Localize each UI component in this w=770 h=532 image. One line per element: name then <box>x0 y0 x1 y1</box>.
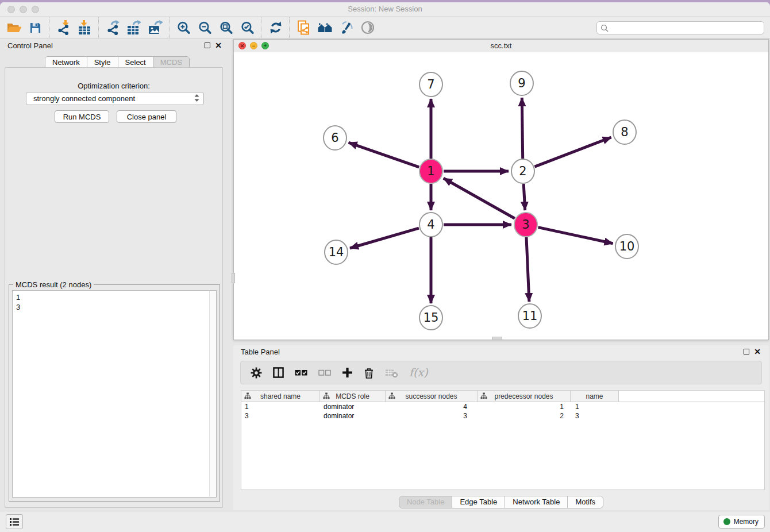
show-column-panel-button[interactable] <box>273 367 284 378</box>
mcds-result-text[interactable]: 1 3 <box>12 290 217 498</box>
toolbar-separator <box>98 17 99 38</box>
create-column-button[interactable] <box>342 367 353 378</box>
network-maximize-button[interactable]: + <box>261 42 269 49</box>
tab-select[interactable]: Select <box>118 57 153 68</box>
table-row[interactable]: 1 dominator 4 1 1 <box>241 402 764 411</box>
zoom-out-button[interactable] <box>194 18 215 37</box>
search-icon <box>600 24 609 32</box>
graph-node-8[interactable]: 8 <box>613 120 636 144</box>
graph-edge-4-14[interactable] <box>350 228 419 248</box>
graph-node-4[interactable]: 4 <box>419 213 442 237</box>
column-header-predecessor-nodes[interactable]: predecessor nodes <box>478 391 571 402</box>
tab-network[interactable]: Network <box>45 57 87 68</box>
delete-column-button[interactable] <box>364 367 374 379</box>
table-row[interactable]: 3 dominator 3 2 3 <box>241 411 764 421</box>
column-header-mcds-role[interactable]: MCDS role <box>320 391 386 402</box>
search-input[interactable] <box>609 23 764 33</box>
column-header-successor-nodes[interactable]: successor nodes <box>386 391 478 402</box>
tab-motifs[interactable]: Motifs <box>568 496 603 508</box>
criterion-select[interactable]: strongly connected component <box>26 92 204 105</box>
float-panel-icon[interactable] <box>205 43 210 48</box>
close-panel-button[interactable]: Close panel <box>117 110 176 123</box>
graph-node-15[interactable]: 15 <box>419 306 442 330</box>
graph-node-10[interactable]: 10 <box>615 234 638 259</box>
show-graphics-button[interactable] <box>357 18 378 37</box>
unselect-all-columns-button[interactable] <box>318 369 331 376</box>
table-tabs-bar: Node Table Edge Table Network Table Moti… <box>233 496 769 508</box>
memory-button[interactable]: Memory <box>718 515 765 529</box>
graph-edge-2-3[interactable] <box>523 184 525 210</box>
zoom-selected-button[interactable] <box>237 18 258 37</box>
close-window-button[interactable] <box>7 6 15 13</box>
graph-node-9[interactable]: 9 <box>510 71 533 95</box>
show-panels-button[interactable] <box>6 514 23 529</box>
memory-label: Memory <box>734 518 759 526</box>
table-header-row: shared name MCDS role successor nodes pr… <box>241 391 764 402</box>
tab-style[interactable]: Style <box>87 57 118 68</box>
network-minimize-button[interactable]: − <box>250 42 257 49</box>
tab-node-table[interactable]: Node Table <box>399 496 453 508</box>
graph-edge-3-1[interactable] <box>444 178 515 218</box>
graph-node-6[interactable]: 6 <box>324 126 346 150</box>
save-session-button[interactable] <box>25 18 46 37</box>
refresh-view-button[interactable] <box>265 18 286 37</box>
graph-node-1[interactable]: 1 <box>419 159 442 183</box>
column-label: name <box>586 392 603 400</box>
run-mcds-button[interactable]: Run MCDS <box>55 110 109 123</box>
toolbar-separator <box>49 17 50 38</box>
network-close-button[interactable]: ✕ <box>238 42 246 49</box>
zoom-fit-icon <box>219 21 233 35</box>
splitter-grip-vertical[interactable] <box>232 273 235 283</box>
table-toolbar: f(x) <box>240 361 762 384</box>
graph-node-11[interactable]: 11 <box>518 304 541 328</box>
zoom-selected-icon <box>240 21 255 35</box>
paint-style-button[interactable] <box>336 18 357 37</box>
column-header-name[interactable]: name <box>571 391 619 402</box>
graph-node-14[interactable]: 14 <box>325 240 348 264</box>
maximize-window-button[interactable] <box>32 6 39 13</box>
tab-edge-table[interactable]: Edge Table <box>452 496 505 508</box>
tab-network-table[interactable]: Network Table <box>505 496 568 508</box>
table-settings-button[interactable] <box>251 367 262 379</box>
reset-home-button[interactable] <box>314 18 336 37</box>
import-table-button[interactable] <box>74 18 95 37</box>
control-panel-header: Control Panel ✕ <box>0 39 229 53</box>
graph-edge-2-9[interactable] <box>522 98 522 159</box>
float-table-panel-icon[interactable] <box>744 349 749 354</box>
column-label: predecessor nodes <box>494 392 553 400</box>
graph-edge-2-8[interactable] <box>535 137 611 167</box>
minimize-window-button[interactable] <box>20 6 27 13</box>
columns-icon <box>273 367 284 378</box>
graph-node-7[interactable]: 7 <box>419 72 442 97</box>
network-canvas[interactable]: 1234678910111415 <box>234 52 768 340</box>
close-table-panel-icon[interactable]: ✕ <box>754 348 761 355</box>
mcds-result-group: MCDS result (2 nodes) 1 3 <box>9 284 220 502</box>
graph-node-2[interactable]: 2 <box>511 159 534 183</box>
cell-predecessor-nodes: 2 <box>471 412 567 420</box>
svg-text:6: 6 <box>331 131 338 145</box>
toolbar-separator <box>169 17 170 38</box>
graph-node-3[interactable]: 3 <box>514 213 537 237</box>
export-table-button[interactable] <box>124 18 145 37</box>
export-network-button[interactable] <box>102 18 124 37</box>
import-network-button[interactable] <box>53 18 74 37</box>
close-panel-icon[interactable]: ✕ <box>215 42 222 49</box>
network-title-bar[interactable]: ✕ − + scc.txt <box>234 40 768 53</box>
select-all-columns-button[interactable] <box>295 369 307 376</box>
clone-network-icon <box>297 20 311 36</box>
zoom-fit-button[interactable] <box>215 18 237 37</box>
home-icon <box>317 21 333 34</box>
graph-edge-3-11[interactable] <box>526 237 529 302</box>
graph-edge-1-6[interactable] <box>349 142 419 167</box>
graph-edge-3-10[interactable] <box>538 228 613 244</box>
main-toolbar <box>0 17 770 39</box>
open-session-button[interactable] <box>3 18 25 37</box>
export-image-button[interactable] <box>145 18 166 37</box>
zoom-in-button[interactable] <box>173 18 194 37</box>
splitter-grip-horizontal[interactable] <box>492 337 502 340</box>
column-header-shared-name[interactable]: shared name <box>241 391 320 402</box>
result-scrollbar[interactable] <box>209 290 217 498</box>
network-graph[interactable]: 1234678910111415 <box>234 52 768 340</box>
clone-network-button[interactable] <box>293 18 314 37</box>
tab-mcds[interactable]: MCDS <box>153 57 189 68</box>
